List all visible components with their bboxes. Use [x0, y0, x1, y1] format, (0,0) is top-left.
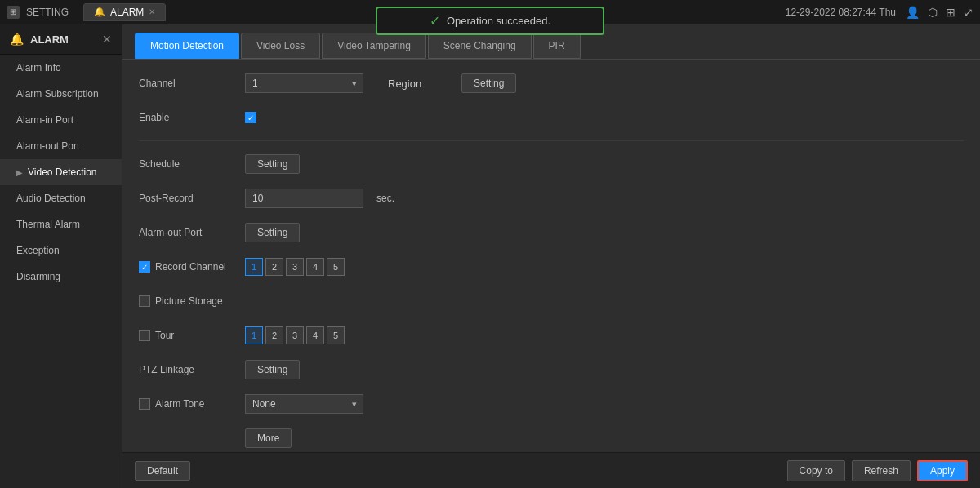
tab-motion-detection[interactable]: Motion Detection [135, 33, 239, 59]
sidebar-item-alarm-in-port[interactable]: Alarm-in Port [0, 107, 122, 133]
bottom-right-buttons: Copy to Refresh Apply [787, 460, 968, 481]
default-button[interactable]: Default [135, 461, 190, 481]
post-record-unit: sec. [376, 193, 394, 204]
post-record-label: Post-Record [139, 193, 245, 204]
video-detection-arrow: ▶ [16, 168, 23, 177]
picture-storage-label: Picture Storage [139, 295, 245, 307]
bottom-bar: Default Copy to Refresh Apply [122, 452, 980, 488]
more-row: More [139, 427, 964, 450]
topbar-left: ⊞ SETTING 🔔 ALARM ✕ [7, 3, 166, 21]
fullscreen-icon[interactable]: ⤢ [964, 6, 973, 19]
topbar-right: 12-29-2022 08:27:44 Thu 👤 ⬡ ⊞ ⤢ [786, 6, 973, 19]
enable-check-icon: ✓ [247, 113, 254, 122]
record-ch-btn-2[interactable]: 2 [265, 258, 283, 276]
alarm-tone-control: None [245, 394, 363, 414]
sidebar-item-exception[interactable]: Exception [0, 237, 122, 264]
alarm-out-port-control: Setting [245, 223, 300, 242]
toast-check-icon: ✓ [430, 13, 440, 29]
record-ch-btn-1[interactable]: 1 [245, 258, 263, 276]
record-channel-control: 1 2 3 4 5 [245, 258, 345, 276]
sidebar-item-alarm-info[interactable]: Alarm Info [0, 55, 122, 81]
sidebar-item-audio-detection[interactable]: Audio Detection [0, 185, 122, 211]
sidebar-label-exception: Exception [16, 245, 60, 256]
copy-to-button[interactable]: Copy to [787, 460, 845, 481]
sidebar-alarm-icon: 🔔 [10, 33, 24, 46]
record-ch-btn-3[interactable]: 3 [286, 258, 304, 276]
ptz-linkage-row: PTZ Linkage Setting [139, 358, 964, 381]
enable-row: Enable ✓ [139, 106, 964, 129]
schedule-row: Schedule Setting [139, 153, 964, 175]
channel-select-wrapper: 1 [245, 73, 363, 93]
post-record-row: Post-Record 10 sec. [139, 187, 964, 210]
sidebar-item-alarm-subscription[interactable]: Alarm Subscription [0, 81, 122, 107]
alarm-out-port-row: Alarm-out Port Setting [139, 221, 964, 244]
channel-label: Channel [139, 78, 245, 89]
region-setting-button[interactable]: Setting [461, 73, 516, 93]
tab-video-loss[interactable]: Video Loss [241, 33, 320, 59]
sidebar-label-alarm-info: Alarm Info [16, 62, 61, 73]
tour-btn-2[interactable]: 2 [265, 326, 283, 344]
channel-row: Channel 1 Region Setting [139, 72, 964, 95]
tab-video-tampering[interactable]: Video Tampering [322, 33, 426, 59]
record-channel-checkbox[interactable]: ✓ [139, 261, 150, 273]
sidebar-item-alarm-out-port[interactable]: Alarm-out Port [0, 133, 122, 159]
topbar-icons: 👤 ⬡ ⊞ ⤢ [906, 6, 973, 19]
tour-btn-1[interactable]: 1 [245, 326, 263, 344]
alarm-tone-select[interactable]: None [245, 394, 363, 414]
more-control: More [245, 428, 292, 448]
record-ch-btn-5[interactable]: 5 [327, 258, 345, 276]
region-label: Region [388, 78, 453, 90]
channel-select[interactable]: 1 [245, 73, 363, 93]
user-icon[interactable]: 👤 [906, 6, 920, 19]
alarm-tab-icon: 🔔 [94, 7, 105, 17]
record-channel-row: ✓ Record Channel 1 2 3 4 5 [139, 255, 964, 278]
success-toast: ✓ Operation succeeded. [376, 7, 604, 35]
enable-checkbox[interactable]: ✓ [245, 112, 256, 123]
sidebar-item-thermal-alarm[interactable]: Thermal Alarm [0, 211, 122, 237]
alarm-tone-checkbox[interactable] [139, 398, 150, 410]
schedule-setting-button[interactable]: Setting [245, 154, 300, 174]
exit-icon[interactable]: ⬡ [928, 6, 938, 19]
tour-control: 1 2 3 4 5 [245, 326, 345, 344]
sidebar-label-video-detection: Video Detection [28, 166, 97, 178]
sidebar-item-video-detection[interactable]: ▶ Video Detection [0, 159, 122, 185]
alarm-tab[interactable]: 🔔 ALARM ✕ [83, 3, 166, 21]
more-button[interactable]: More [245, 428, 292, 448]
enable-control: ✓ [245, 112, 256, 123]
sidebar-header: 🔔 ALARM ✕ [0, 24, 122, 55]
picture-storage-checkbox[interactable] [139, 295, 150, 307]
sidebar-label-alarm-subscription: Alarm Subscription [16, 88, 99, 100]
tour-btn-3[interactable]: 3 [286, 326, 304, 344]
sidebar-item-disarming[interactable]: Disarming [0, 264, 122, 290]
alarm-tab-close[interactable]: ✕ [149, 7, 155, 16]
tour-checkbox[interactable] [139, 330, 150, 341]
sidebar-label-alarm-in-port: Alarm-in Port [16, 114, 74, 126]
tab-pir[interactable]: PIR [533, 33, 581, 59]
sidebar-close-icon[interactable]: ✕ [102, 33, 112, 46]
tour-btn-5[interactable]: 5 [327, 326, 345, 344]
apply-button[interactable]: Apply [917, 460, 968, 481]
alarm-out-port-label: Alarm-out Port [139, 227, 245, 238]
post-record-control: 10 sec. [245, 189, 394, 208]
record-ch-btn-4[interactable]: 4 [306, 258, 324, 276]
channel-control: 1 Region Setting [245, 73, 516, 93]
main-container: 🔔 ALARM ✕ Alarm Info Alarm Subscription … [0, 24, 980, 488]
app-title: SETTING [26, 7, 69, 18]
refresh-button[interactable]: Refresh [852, 460, 911, 481]
sidebar-label-audio-detection: Audio Detection [16, 193, 86, 204]
app-logo: ⊞ [7, 6, 20, 19]
ptz-linkage-setting-button[interactable]: Setting [245, 360, 300, 379]
sidebar-label-alarm-out-port: Alarm-out Port [16, 140, 79, 152]
sidebar-label-thermal-alarm: Thermal Alarm [16, 219, 80, 230]
alarm-out-port-setting-button[interactable]: Setting [245, 223, 300, 242]
ptz-linkage-label: PTZ Linkage [139, 364, 245, 375]
grid-icon[interactable]: ⊞ [946, 6, 956, 19]
alarm-tab-label: ALARM [110, 7, 144, 18]
post-record-input[interactable]: 10 [245, 189, 363, 208]
enable-label: Enable [139, 112, 245, 123]
tour-btn-4[interactable]: 4 [306, 326, 324, 344]
alarm-tone-row: Alarm Tone None [139, 393, 964, 415]
ptz-linkage-control: Setting [245, 360, 300, 379]
sidebar-label-disarming: Disarming [16, 271, 60, 282]
tab-scene-changing[interactable]: Scene Changing [428, 33, 532, 59]
